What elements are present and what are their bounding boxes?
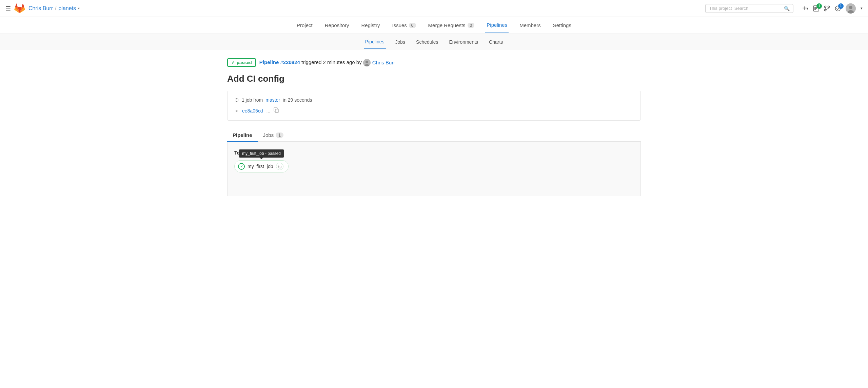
- branch-link[interactable]: master: [265, 97, 280, 103]
- nav-registry[interactable]: Registry: [360, 18, 381, 33]
- svg-point-10: [849, 6, 852, 9]
- job-name: my_first_job: [248, 164, 273, 169]
- issues-count-badge: 0: [409, 23, 416, 28]
- project-name-link[interactable]: planets: [58, 5, 76, 12]
- job-count-text: 1 job from: [242, 97, 263, 103]
- subnav-schedules[interactable]: Schedules: [415, 35, 439, 49]
- subnav-environments[interactable]: Environments: [448, 35, 479, 49]
- duration-text: in 29 seconds: [283, 97, 312, 103]
- commit-icon: ⚬: [234, 108, 239, 114]
- subnav-jobs[interactable]: Jobs: [394, 35, 407, 49]
- jobs-count-badge: 1: [276, 132, 283, 138]
- mr-count-badge: 0: [468, 23, 475, 28]
- nav-merge-requests[interactable]: Merge Requests 0: [427, 18, 476, 33]
- check-count-badge: 1: [838, 3, 844, 9]
- passed-badge-text: passed: [237, 60, 252, 65]
- add-button[interactable]: + ▾: [802, 4, 808, 12]
- user-avatar-button[interactable]: [846, 3, 856, 14]
- nav-mr-label: Merge Requests: [428, 22, 466, 28]
- stage-label: Te: [234, 150, 634, 156]
- commit-title: Add CI config: [227, 74, 641, 84]
- job-pill[interactable]: ✓ my_first_job: [234, 160, 289, 172]
- gitlab-logo: [14, 3, 25, 14]
- nav-pipelines[interactable]: Pipelines: [485, 17, 509, 33]
- pipeline-jobs-tabs: Pipeline Jobs 1: [227, 129, 641, 142]
- nav-settings[interactable]: Settings: [552, 18, 573, 33]
- commit-hash-link[interactable]: ee8a05cd: [242, 108, 263, 114]
- add-dropdown-caret[interactable]: ▾: [806, 6, 808, 11]
- user-dropdown-caret[interactable]: ▾: [861, 6, 863, 11]
- commit-dots: ...: [267, 108, 271, 114]
- second-navbar: Project Repository Registry Issues 0 Mer…: [0, 17, 868, 34]
- pipeline-id[interactable]: Pipeline #220824: [259, 59, 301, 65]
- job-retry-button[interactable]: [276, 163, 283, 170]
- subnav-pipelines[interactable]: Pipelines: [364, 35, 386, 49]
- project-owner-link[interactable]: Chris Burr: [28, 5, 53, 12]
- tab-pipeline[interactable]: Pipeline: [227, 129, 258, 142]
- hamburger-icon[interactable]: ☰: [5, 5, 11, 12]
- pipelines-subnav: Pipelines Jobs Schedules Environments Ch…: [0, 34, 868, 50]
- job-info-card: ⏲ 1 job from master in 29 seconds ⚬ ee8a…: [227, 91, 641, 121]
- trigger-user-name[interactable]: Chris Burr: [372, 60, 395, 65]
- tab-jobs[interactable]: Jobs 1: [258, 129, 289, 142]
- job-tooltip: my_first_job - passed: [239, 149, 284, 158]
- clock-icon: ⏲: [234, 97, 239, 103]
- passed-badge: ✓ passed: [227, 58, 256, 67]
- todo-icon-btn[interactable]: 1: [813, 5, 819, 12]
- job-status-check-icon: ✓: [238, 163, 245, 170]
- search-icon: 🔍: [784, 6, 790, 11]
- todo-count-badge: 1: [816, 3, 822, 9]
- search-box: 🔍: [705, 4, 793, 13]
- nav-members[interactable]: Members: [518, 18, 542, 33]
- check-icon-btn[interactable]: 1: [835, 5, 841, 12]
- job-pill-left: ✓ my_first_job: [238, 163, 273, 170]
- search-input[interactable]: [709, 6, 784, 11]
- passed-check-icon: ✓: [231, 60, 235, 65]
- project-title: Chris Burr / planets ▾: [28, 5, 80, 12]
- top-navbar: ☰ Chris Burr / planets ▾ 🔍 + ▾: [0, 0, 868, 17]
- pipeline-info: Pipeline #220824 triggered 2 minutes ago…: [259, 59, 395, 66]
- pipeline-stage-area: Te my_first_job - passed ✓ my_first_job: [227, 142, 641, 196]
- merge-request-icon-btn[interactable]: [824, 5, 830, 12]
- main-content: ✓ passed Pipeline #220824 triggered 2 mi…: [214, 50, 654, 204]
- svg-point-13: [366, 61, 368, 63]
- svg-point-4: [825, 6, 826, 7]
- copy-commit-btn[interactable]: [274, 107, 279, 114]
- nav-issues[interactable]: Issues 0: [391, 18, 417, 33]
- svg-rect-15: [275, 109, 278, 113]
- project-dropdown-caret[interactable]: ▾: [78, 6, 80, 10]
- nav-project[interactable]: Project: [295, 18, 314, 33]
- job-pill-container: my_first_job - passed ✓ my_first_job: [234, 160, 289, 172]
- project-slash: /: [55, 5, 56, 12]
- trigger-user-avatar: [363, 59, 371, 66]
- svg-point-5: [828, 6, 830, 7]
- tab-jobs-label: Jobs: [263, 132, 274, 138]
- pipeline-status-bar: ✓ passed Pipeline #220824 triggered 2 mi…: [227, 58, 641, 67]
- nav-issues-label: Issues: [392, 22, 407, 28]
- subnav-charts[interactable]: Charts: [488, 35, 504, 49]
- nav-repository[interactable]: Repository: [323, 18, 351, 33]
